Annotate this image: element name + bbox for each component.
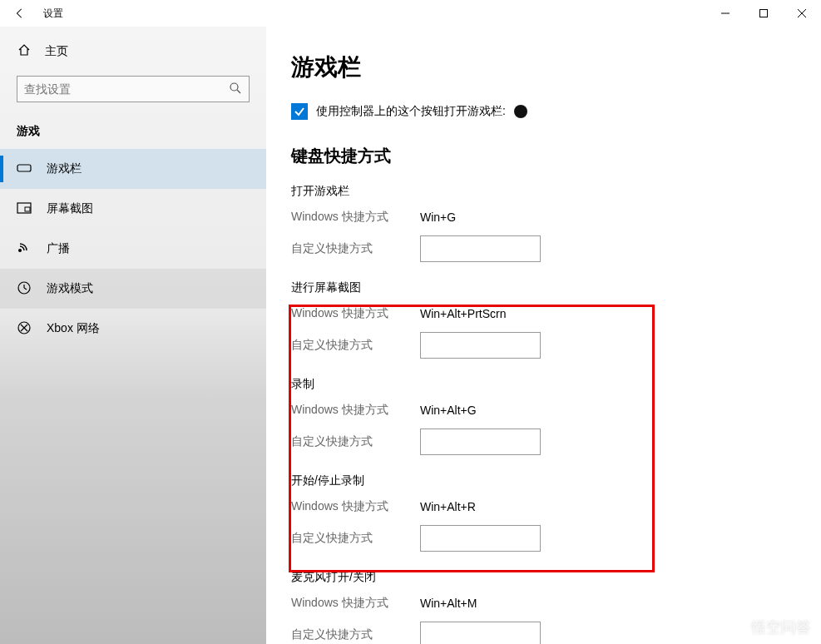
- checkbox-label: 使用控制器上的这个按钮打开游戏栏:: [316, 104, 506, 119]
- titlebar: 设置: [0, 0, 821, 27]
- custom-shortcut-label: 自定义快捷方式: [291, 627, 420, 642]
- close-button[interactable]: [783, 0, 821, 27]
- windows-shortcut-value: Win+Alt+PrtScrn: [420, 307, 506, 320]
- broadcast-icon: [17, 242, 32, 256]
- custom-shortcut-label: 自定义快捷方式: [291, 434, 420, 449]
- sidebar-item-label: 游戏模式: [47, 281, 93, 296]
- sidebar-item-game-mode[interactable]: 游戏模式: [0, 269, 266, 309]
- windows-shortcut-row: Windows 快捷方式Win+G: [291, 207, 821, 227]
- search-field[interactable]: [24, 82, 229, 96]
- sidebar: 主页 游戏 游戏栏: [0, 27, 266, 644]
- custom-shortcut-label: 自定义快捷方式: [291, 338, 420, 353]
- shortcut-group: 开始/停止录制Windows 快捷方式Win+Alt+R自定义快捷方式: [291, 473, 821, 552]
- shortcut-group: 麦克风打开/关闭Windows 快捷方式Win+Alt+M自定义快捷方式: [291, 570, 821, 644]
- windows-shortcut-label: Windows 快捷方式: [291, 210, 420, 225]
- sidebar-item-label: 屏幕截图: [47, 201, 93, 216]
- svg-rect-8: [25, 207, 30, 211]
- svg-point-4: [230, 83, 238, 91]
- search-icon: [229, 82, 242, 97]
- windows-shortcut-value: Win+Alt+M: [420, 597, 477, 610]
- windows-shortcut-label: Windows 快捷方式: [291, 499, 420, 514]
- sidebar-item-label: Xbox 网络: [47, 321, 100, 336]
- shortcut-group: 进行屏幕截图Windows 快捷方式Win+Alt+PrtScrn自定义快捷方式: [291, 280, 821, 359]
- custom-shortcut-input[interactable]: [420, 235, 541, 262]
- windows-shortcut-value: Win+Alt+G: [420, 404, 477, 417]
- sidebar-item-label: 广播: [47, 241, 70, 256]
- windows-shortcut-label: Windows 快捷方式: [291, 596, 420, 611]
- content-area: 游戏栏 使用控制器上的这个按钮打开游戏栏: 键盘快捷方式 打开游戏栏Window…: [266, 27, 821, 644]
- xbox-icon: [17, 321, 32, 337]
- shortcut-group: 打开游戏栏Windows 快捷方式Win+G自定义快捷方式: [291, 184, 821, 262]
- custom-shortcut-label: 自定义快捷方式: [291, 241, 420, 256]
- custom-shortcut-label: 自定义快捷方式: [291, 531, 420, 546]
- custom-shortcut-row: 自定义快捷方式: [291, 525, 821, 552]
- game-mode-icon: [17, 280, 32, 298]
- sidebar-item-game-bar[interactable]: 游戏栏: [0, 149, 266, 189]
- svg-rect-1: [760, 10, 768, 17]
- windows-shortcut-row: Windows 快捷方式Win+Alt+M: [291, 593, 821, 613]
- sidebar-item-label: 游戏栏: [47, 161, 82, 176]
- back-button[interactable]: [7, 0, 33, 27]
- shortcut-name: 进行屏幕截图: [291, 280, 821, 295]
- category-label: 游戏: [0, 117, 266, 149]
- windows-shortcut-label: Windows 快捷方式: [291, 403, 420, 418]
- search-input[interactable]: [17, 76, 250, 102]
- checkbox-icon[interactable]: [291, 103, 308, 120]
- svg-line-5: [237, 90, 240, 93]
- shortcut-name: 录制: [291, 377, 821, 392]
- svg-point-9: [18, 249, 22, 252]
- nav-list: 游戏栏 屏幕截图 广播: [0, 149, 266, 349]
- shortcut-group: 录制Windows 快捷方式Win+Alt+G自定义快捷方式: [291, 377, 821, 455]
- custom-shortcut-row: 自定义快捷方式: [291, 332, 821, 359]
- custom-shortcut-row: 自定义快捷方式: [291, 235, 821, 262]
- home-link[interactable]: 主页: [0, 35, 266, 67]
- minimize-button[interactable]: [706, 0, 744, 27]
- controller-checkbox-row[interactable]: 使用控制器上的这个按钮打开游戏栏:: [291, 103, 821, 120]
- maximize-button[interactable]: [744, 0, 783, 27]
- custom-shortcut-input[interactable]: [420, 429, 541, 455]
- custom-shortcut-input[interactable]: [420, 525, 541, 552]
- custom-shortcut-input[interactable]: [420, 332, 541, 359]
- page-title: 游戏栏: [291, 52, 821, 83]
- windows-shortcut-row: Windows 快捷方式Win+Alt+R: [291, 497, 821, 517]
- sidebar-item-xbox[interactable]: Xbox 网络: [0, 309, 266, 349]
- game-bar-icon: [17, 162, 32, 176]
- sidebar-item-captures[interactable]: 屏幕截图: [0, 189, 266, 229]
- custom-shortcut-input[interactable]: [420, 622, 541, 644]
- capture-icon: [17, 202, 32, 216]
- custom-shortcut-row: 自定义快捷方式: [291, 622, 821, 644]
- custom-shortcut-row: 自定义快捷方式: [291, 429, 821, 455]
- svg-rect-6: [17, 165, 31, 171]
- svg-line-12: [24, 288, 27, 290]
- window-title: 设置: [43, 7, 63, 21]
- home-label: 主页: [45, 44, 68, 59]
- windows-shortcut-value: Win+G: [420, 211, 456, 224]
- windows-shortcut-row: Windows 快捷方式Win+Alt+G: [291, 400, 821, 420]
- windows-shortcut-row: Windows 快捷方式Win+Alt+PrtScrn: [291, 304, 821, 324]
- xbox-logo-icon: [514, 105, 527, 118]
- home-icon: [17, 43, 32, 59]
- sidebar-item-broadcast[interactable]: 广播: [0, 229, 266, 269]
- shortcut-name: 开始/停止录制: [291, 473, 821, 488]
- shortcut-name: 打开游戏栏: [291, 184, 821, 199]
- windows-shortcut-value: Win+Alt+R: [420, 500, 476, 513]
- section-title: 键盘快捷方式: [291, 145, 821, 167]
- windows-shortcut-label: Windows 快捷方式: [291, 306, 420, 321]
- shortcut-name: 麦克风打开/关闭: [291, 570, 821, 585]
